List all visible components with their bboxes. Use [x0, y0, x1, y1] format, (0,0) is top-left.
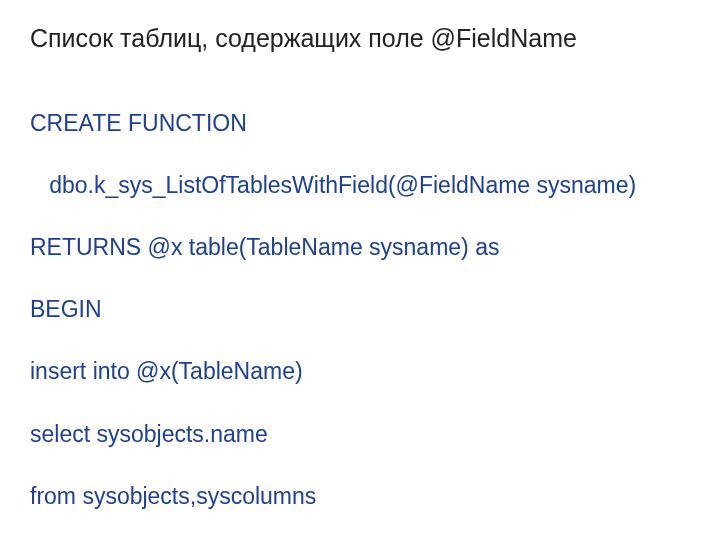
code-line: dbo.k_sys_ListOfTablesWithField(@FieldNa… [30, 170, 690, 201]
code-line: CREATE FUNCTION [30, 108, 690, 139]
slide-title: Список таблиц, содержащих поле @FieldNam… [30, 24, 690, 53]
code-line: RETURNS @x table(TableName sysname) as [30, 232, 690, 263]
code-line: from sysobjects,syscolumns [30, 481, 690, 512]
code-line: BEGIN [30, 294, 690, 325]
sql-code-block: CREATE FUNCTION dbo.k_sys_ListOfTablesWi… [30, 77, 690, 540]
code-line: select sysobjects.name [30, 419, 690, 450]
code-line: insert into @x(TableName) [30, 356, 690, 387]
